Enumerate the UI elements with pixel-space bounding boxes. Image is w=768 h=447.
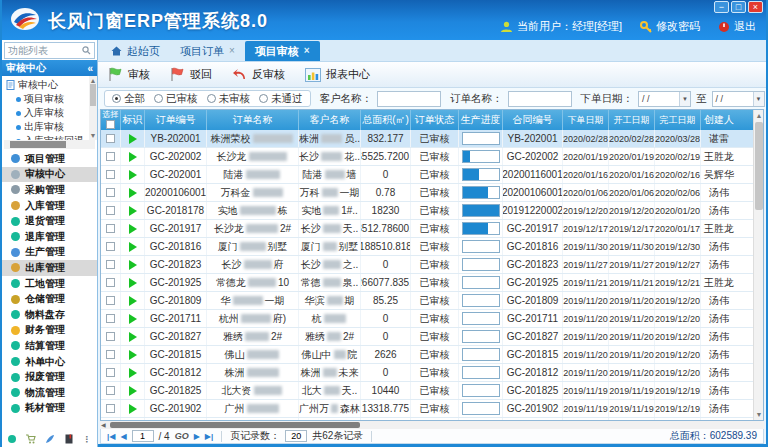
scroll-down-icon[interactable]: ▼	[754, 410, 764, 419]
function-search-input[interactable]: 功能列表	[4, 42, 95, 59]
sidebar-item-scrap-mgmt[interactable]: 报废管理	[2, 369, 97, 385]
table-row[interactable]: GC-202002 长沙龙 长沙花.. 65525.7200.. 已审核 GC-…	[101, 148, 753, 166]
row-checkbox[interactable]	[106, 404, 115, 413]
table-row[interactable]: GC-201917 长沙龙2# 长沙天.. 8512.78600.. 已审核 G…	[101, 220, 753, 238]
next-page-button[interactable]: ▶	[194, 432, 200, 441]
change-password-button[interactable]: 修改密码	[640, 19, 700, 34]
minimize-button[interactable]: −	[714, 1, 729, 13]
reject-button[interactable]: 驳回	[170, 67, 212, 82]
chevron-down-icon[interactable]: ▼	[679, 92, 690, 106]
close-button[interactable]: ×	[748, 1, 763, 13]
table-row[interactable]: GC-201925 常德龙10 常德泉.. 266077.835.. 已审核 G…	[101, 274, 753, 292]
module-dot-icon[interactable]	[8, 435, 16, 443]
close-tab-icon[interactable]: ×	[304, 41, 310, 61]
scrollbar-thumb[interactable]	[755, 122, 763, 210]
sidebar-panel-header[interactable]: 审核中心 «	[2, 60, 97, 76]
prev-page-button[interactable]: ◀	[120, 432, 126, 441]
table-row[interactable]: YB-202001 株洲荣校 株洲员.. 832.177 已审核 YB-2020…	[101, 130, 753, 148]
page-size-input[interactable]	[285, 430, 307, 442]
row-checkbox[interactable]	[106, 350, 115, 359]
sidebar-item-inbound-mgmt[interactable]: 入库管理	[2, 198, 97, 214]
row-checkbox[interactable]	[106, 368, 115, 377]
cart-icon[interactable]	[25, 434, 36, 444]
order-name-input[interactable]	[508, 91, 572, 107]
close-tab-icon[interactable]: ×	[229, 41, 235, 61]
table-row[interactable]: GC-2018.. 佛山 佛山 0 已审核 GC-2018.. 2019/11/…	[101, 418, 753, 420]
sidebar-item-audit-center[interactable]: 审核中心	[2, 167, 97, 183]
row-checkbox[interactable]	[106, 278, 115, 287]
table-row[interactable]: GC-201809 华一期 华滨期 85.25 已审核 GC-201809 20…	[101, 292, 753, 310]
row-checkbox[interactable]	[106, 260, 115, 269]
sidebar-item-production-mgmt[interactable]: 生产管理	[2, 245, 97, 261]
row-checkbox[interactable]	[106, 224, 115, 233]
table-row[interactable]: GC-201816 厦门别墅 厦门别墅 188510.818 已审核 GC-20…	[101, 238, 753, 256]
radio-audited[interactable]: 已审核	[154, 92, 198, 106]
scroll-up-icon[interactable]: ▲	[754, 111, 764, 120]
maximize-button[interactable]: □	[731, 1, 746, 13]
row-checkbox[interactable]	[106, 134, 115, 143]
chevron-down-icon[interactable]: ▼	[753, 92, 764, 106]
sidebar-item-material-inventory[interactable]: 物料盘存	[2, 307, 97, 323]
table-row[interactable]: GC-2018178 实地栋 实地1#.. 18230 已审核 20191220…	[101, 202, 753, 220]
tree-item-project-audit[interactable]: 项目审核	[6, 92, 89, 106]
sidebar-item-site-mgmt[interactable]: 工地管理	[2, 276, 97, 292]
tree-root-audit-center[interactable]: 审核中心	[6, 78, 89, 92]
sidebar-item-settlement-mgmt[interactable]: 结算管理	[2, 338, 97, 354]
report-center-button[interactable]: 报表中心	[305, 67, 370, 82]
sidebar-item-warehouse-mgmt[interactable]: 仓储管理	[2, 291, 97, 307]
table-row[interactable]: GC-201823 长沙府 长沙之.. 0 已审核 GC-201823 2019…	[101, 256, 753, 274]
radio-unaudited[interactable]: 未审核	[207, 92, 251, 106]
row-checkbox[interactable]	[106, 242, 115, 251]
row-checkbox[interactable]	[106, 314, 115, 323]
order-date-to-picker[interactable]: / /▼	[712, 91, 765, 107]
sidebar-item-purchasing-mgmt[interactable]: 采购管理	[2, 182, 97, 198]
collapse-icon[interactable]: «	[87, 63, 93, 74]
sidebar-item-returns-mgmt[interactable]: 退货管理	[2, 213, 97, 229]
table-row[interactable]: GC-201711 杭州府) 杭 0 已审核 GC-201711 2019/11…	[101, 310, 753, 328]
table-row[interactable]: GC-201815 佛山 佛山中院 2626 已审核 GC-201815 201…	[101, 346, 753, 364]
order-date-from-picker[interactable]: / /▼	[638, 91, 691, 107]
sidebar-item-logistics-mgmt[interactable]: 物流管理	[2, 385, 97, 401]
tree-horizontal-scrollbar[interactable]	[4, 140, 95, 149]
sidebar-item-finance-mgmt[interactable]: 财务管理	[2, 323, 97, 339]
row-checkbox[interactable]	[106, 152, 115, 161]
sidebar-item-consumables-mgmt[interactable]: 耗材管理	[2, 401, 97, 417]
table-row[interactable]: GC-201827 雅绣2# 雅绣2# 0 已审核 GC-201827 2019…	[101, 328, 753, 346]
go-button[interactable]: GO	[175, 431, 189, 441]
sidebar-item-stock-return-mgmt[interactable]: 退库管理	[2, 229, 97, 245]
sidebar-item-supplement-center[interactable]: 补单中心	[2, 354, 97, 370]
scrollbar-thumb[interactable]	[110, 422, 360, 428]
table-row[interactable]: GC-202001 陆港 陆港墙 0 已审核 20200116001 2020/…	[101, 166, 753, 184]
table-row[interactable]: GC-201825 北大资 北大天.. 10440 已审核 GC-201825 …	[101, 382, 753, 400]
tab-home[interactable]: 起始页	[101, 41, 170, 61]
pen-icon[interactable]	[45, 434, 55, 444]
logout-button[interactable]: 退出	[718, 19, 756, 34]
table-vertical-scrollbar[interactable]: ▲ ▼	[753, 110, 763, 420]
tab-project-audit[interactable]: 项目审核 ×	[245, 41, 320, 61]
table-row[interactable]: 20200106001 万科金 万科一期 0.78 已审核 2020010600…	[101, 184, 753, 202]
row-checkbox[interactable]	[106, 296, 115, 305]
radio-all[interactable]: 全部	[112, 92, 145, 106]
sidebar-item-project-mgmt[interactable]: 项目管理	[2, 151, 97, 167]
tree-vertical-scrollbar[interactable]: ▲▼	[89, 76, 97, 140]
row-checkbox[interactable]	[106, 170, 115, 179]
tab-project-orders[interactable]: 项目订单 ×	[170, 41, 245, 61]
row-checkbox[interactable]	[106, 188, 115, 197]
last-page-button[interactable]: ▶|	[205, 432, 213, 441]
row-checkbox[interactable]	[106, 206, 115, 215]
radio-not-passed[interactable]: 未通过	[259, 92, 303, 106]
tree-item-outbound-audit[interactable]: 出库审核	[6, 120, 89, 134]
scroll-left-icon[interactable]: ◀	[101, 421, 106, 429]
row-checkbox[interactable]	[106, 332, 115, 341]
sidebar-item-outbound-mgmt[interactable]: 出库管理	[2, 260, 97, 276]
table-horizontal-scrollbar[interactable]: ◀	[100, 421, 764, 429]
table-row[interactable]: GC-201902 广州 广州万森林 13318.775 已审核 GC-2019…	[101, 400, 753, 418]
audit-button[interactable]: 审核	[108, 67, 150, 82]
select-all-checkbox[interactable]	[106, 120, 115, 129]
table-row[interactable]: GC-201812 株洲 株洲未来 0 已审核 GC-201812 2019/1…	[101, 364, 753, 382]
unaudit-button[interactable]: 反审核	[232, 67, 285, 82]
page-number-input[interactable]	[132, 430, 154, 442]
row-checkbox[interactable]	[106, 386, 115, 395]
first-page-button[interactable]: |◀	[107, 432, 115, 441]
customer-name-input[interactable]	[377, 91, 441, 107]
